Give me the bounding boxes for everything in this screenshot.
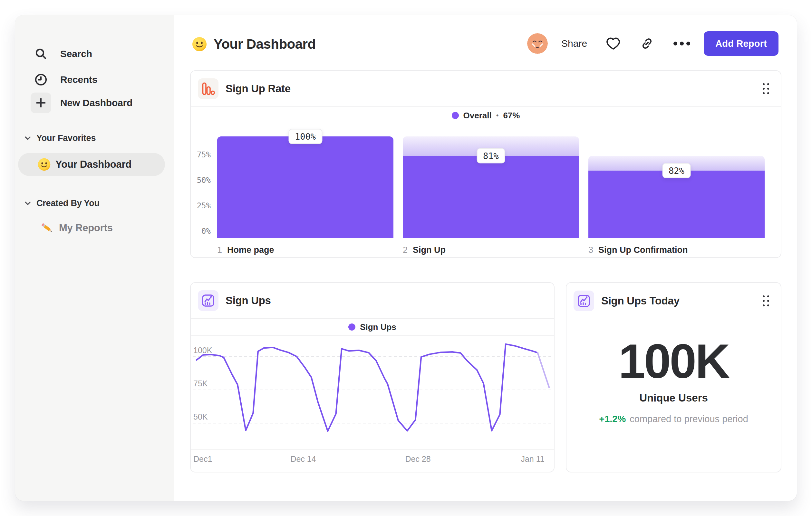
funnel-y-tick: 50% xyxy=(197,176,211,185)
stat-card: Sign Ups Today 100K Unique Users +1.2%co… xyxy=(566,282,781,472)
share-button[interactable]: Share xyxy=(561,38,587,49)
sidebar-item-your-dashboard[interactable]: Your Dashboard xyxy=(18,153,165,176)
stat-card-header: Sign Ups Today xyxy=(567,283,781,319)
funnel-step-label: 2Sign Up xyxy=(403,245,579,255)
section-title: Created By You xyxy=(36,198,99,208)
funnel-y-tick: 75% xyxy=(197,150,211,159)
signups-line-series[interactable] xyxy=(538,353,549,387)
sidebar-item-label: New Dashboard xyxy=(60,98,133,108)
section-created-by-you[interactable]: Created By You xyxy=(24,198,99,208)
line-y-tick: 100K xyxy=(193,346,212,355)
add-report-button[interactable]: Add Report xyxy=(704,31,779,56)
line-chart-icon xyxy=(198,290,219,311)
funnel-bar[interactable] xyxy=(217,136,394,238)
legend-separator: • xyxy=(496,111,499,120)
funnel-step-labels: 1Home page2Sign Up3Sign Up Confirmation xyxy=(217,245,765,255)
sidebar-item-recents[interactable]: Recents xyxy=(31,69,97,90)
funnel-step-column[interactable]: 81% xyxy=(403,136,579,238)
sidebar-item-label: Search xyxy=(60,48,92,59)
drag-handle-icon[interactable] xyxy=(763,295,769,306)
favorite-heart-icon[interactable] xyxy=(605,36,621,51)
search-icon xyxy=(31,44,51,64)
legend-label: Overall xyxy=(463,111,492,120)
more-options-icon[interactable] xyxy=(673,41,691,46)
x-axis-separator xyxy=(191,449,554,450)
line-x-tick: Dec 28 xyxy=(405,454,431,464)
sidebar-item-label: My Reports xyxy=(59,222,113,234)
stat-value: 100K xyxy=(567,337,781,385)
line-x-tick: Dec1 xyxy=(193,454,212,464)
funnel-card: Sign Up Rate Overall • 67% 75%50%25%0% 1… xyxy=(190,70,781,258)
funnel-step-label: 3Sign Up Confirmation xyxy=(588,245,765,255)
sidebar: Search Recents New Dashboard Your Favori… xyxy=(15,15,174,501)
avatar[interactable] xyxy=(527,33,548,54)
plus-icon xyxy=(31,92,51,113)
sidebar-item-label: Recents xyxy=(60,74,97,85)
line-chart-icon xyxy=(574,291,594,311)
page-header: Your Dashboard xyxy=(192,31,316,57)
smiley-emoji-icon xyxy=(37,158,51,171)
smiley-emoji-icon xyxy=(192,36,207,52)
card-title: Sign Ups Today xyxy=(601,295,679,307)
stat-delta: +1.2% xyxy=(599,414,626,424)
line-y-tick: 50K xyxy=(193,412,207,422)
conversion-badge: 100% xyxy=(288,129,322,144)
sidebar-item-my-reports[interactable]: My Reports xyxy=(40,221,113,235)
conversion-badge: 81% xyxy=(476,148,505,164)
card-title: Sign Ups xyxy=(226,294,271,307)
page-title: Your Dashboard xyxy=(214,36,316,52)
line-legend: Sign Ups xyxy=(191,319,554,336)
chevron-down-icon xyxy=(24,136,31,141)
bar-chart-icon xyxy=(198,78,219,99)
funnel-step-column[interactable]: 100% xyxy=(217,136,394,238)
sidebar-item-search[interactable]: Search xyxy=(31,44,92,64)
funnel-bar[interactable] xyxy=(588,171,765,238)
legend-value: 67% xyxy=(503,111,520,120)
funnel-y-tick: 25% xyxy=(197,201,211,210)
line-plot[interactable] xyxy=(191,336,554,449)
dashboard-panel: Search Recents New Dashboard Your Favori… xyxy=(15,15,797,501)
card-title: Sign Up Rate xyxy=(226,83,291,95)
sidebar-item-label: Your Dashboard xyxy=(55,159,132,170)
sidebar-item-new-dashboard[interactable]: New Dashboard xyxy=(31,92,133,113)
section-your-favorites[interactable]: Your Favorites xyxy=(24,133,96,143)
funnel-legend: Overall • 67% xyxy=(191,107,781,124)
funnel-y-tick: 0% xyxy=(201,227,211,236)
signups-line-series[interactable] xyxy=(197,344,538,431)
line-x-tick: Dec 14 xyxy=(290,454,316,464)
main-content: Your Dashboard Share xyxy=(174,15,797,501)
line-y-tick: 75K xyxy=(193,379,207,388)
pencil-emoji-icon xyxy=(40,221,54,235)
copy-link-icon[interactable] xyxy=(639,36,655,51)
drag-handle-icon[interactable] xyxy=(763,83,769,94)
legend-label: Sign Ups xyxy=(360,322,396,332)
funnel-bar[interactable] xyxy=(403,156,579,238)
conversion-badge: 82% xyxy=(662,163,691,178)
legend-dot xyxy=(452,112,459,119)
clock-icon xyxy=(31,69,51,90)
funnel-bars: 100%81%82% xyxy=(217,136,765,238)
legend-dot xyxy=(348,323,355,331)
chevron-down-icon xyxy=(24,201,31,206)
line-card-header: Sign Ups xyxy=(191,283,554,319)
funnel-card-header: Sign Up Rate xyxy=(191,71,781,107)
stat-delta-note: compared to previous period xyxy=(630,414,748,424)
funnel-step-column[interactable]: 82% xyxy=(588,136,765,238)
stat-body: 100K Unique Users +1.2%compared to previ… xyxy=(567,337,781,425)
line-chart-card: Sign Ups Sign Ups Dec1Dec 14Dec 28Jan 11… xyxy=(190,282,555,472)
section-title: Your Favorites xyxy=(36,133,96,143)
stat-label: Unique Users xyxy=(567,392,781,404)
funnel-y-axis: 75%50%25%0% xyxy=(191,136,211,238)
stat-delta-row: +1.2%compared to previous period xyxy=(567,414,781,425)
line-x-tick: Jan 11 xyxy=(521,454,544,464)
x-axis-labels: Dec1Dec 14Dec 28Jan 11 xyxy=(191,454,554,466)
header-actions: Share Add Report xyxy=(527,30,779,57)
funnel-step-label: 1Home page xyxy=(217,245,394,255)
